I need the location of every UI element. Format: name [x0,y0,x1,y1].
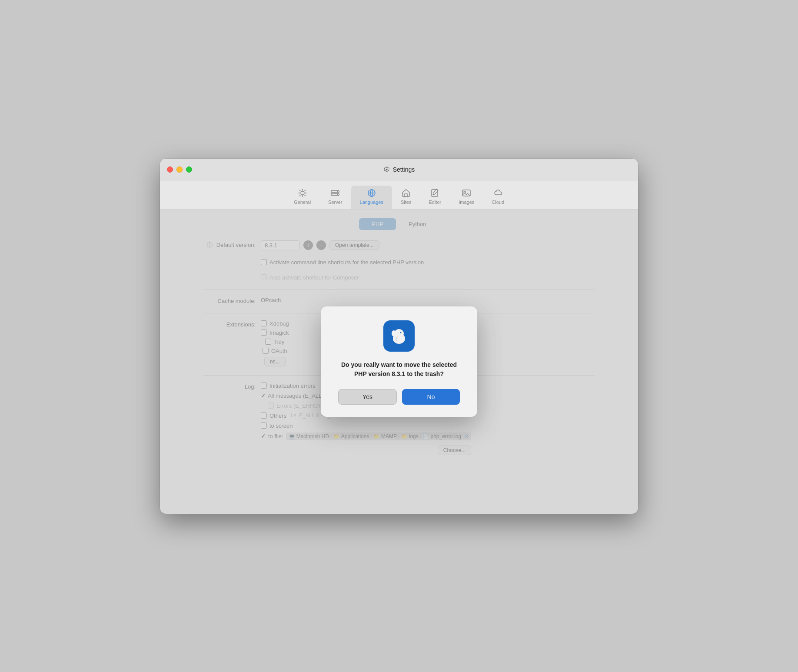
traffic-lights [167,166,192,173]
modal-buttons: Yes No [338,389,460,405]
elephant-icon [389,326,409,346]
titlebar: Settings [160,159,638,181]
svg-point-11 [400,332,402,333]
cloud-icon [493,188,503,198]
window-title: Settings [383,166,415,173]
app-icon [383,320,415,352]
toolbar-label-sites: Sites [401,200,411,205]
editor-icon [430,188,440,198]
toolbar-label-editor: Editor [429,200,441,205]
server-icon [330,188,340,198]
modal-message: Do you really want to move the selected … [338,360,460,379]
modal-overlay: Do you really want to move the selected … [160,210,638,514]
toolbar-item-editor[interactable]: Editor [420,186,450,209]
toolbar-label-languages: Languages [360,200,383,205]
svg-point-0 [301,191,304,195]
toolbar-item-general[interactable]: General [285,186,319,209]
general-icon [298,188,307,198]
toolbar-item-images[interactable]: Images [450,186,483,209]
content-area: PHP Python ⓘ Default version: 8.3.1 [160,210,638,514]
minimize-button[interactable] [176,166,183,173]
toolbar-item-languages[interactable]: Languages [351,186,392,209]
gear-icon [383,166,390,173]
svg-point-10 [392,330,396,336]
toolbar-label-cloud: Cloud [492,200,504,205]
toolbar-item-server[interactable]: Server [319,186,351,209]
toolbar-item-sites[interactable]: Sites [392,186,420,209]
svg-point-4 [337,194,338,195]
svg-rect-5 [432,190,438,196]
no-button[interactable]: No [402,389,460,405]
toolbar-label-server: Server [328,200,342,205]
images-icon [462,188,471,198]
window-title-text: Settings [393,166,415,173]
toolbar-item-cloud[interactable]: Cloud [483,186,513,209]
sites-icon [401,188,411,198]
main-window: Settings General Server Lang [160,159,638,514]
toolbar-label-images: Images [459,200,474,205]
toolbar: General Server Languages Sites [160,181,638,210]
confirmation-modal: Do you really want to move the selected … [321,306,477,417]
toolbar-label-general: General [294,200,311,205]
yes-button[interactable]: Yes [338,389,397,405]
close-button[interactable] [167,166,173,173]
languages-icon [367,188,376,198]
maximize-button[interactable] [186,166,192,173]
svg-point-3 [337,191,338,192]
